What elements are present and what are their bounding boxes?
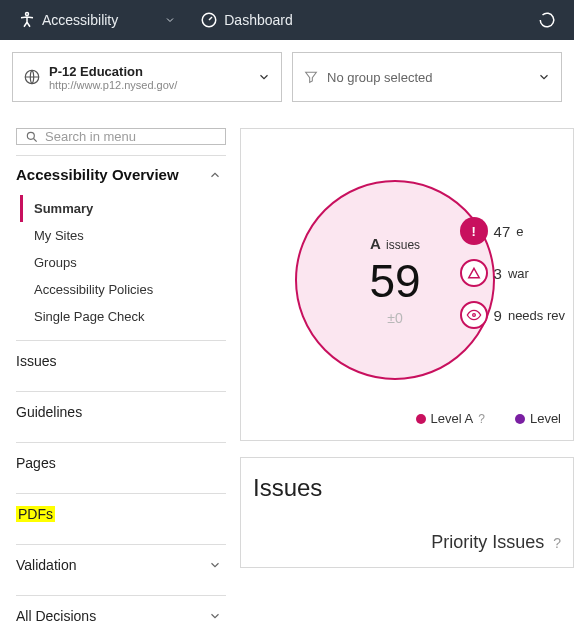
site-url: http://www.p12.nysed.gov/ <box>49 79 257 91</box>
site-selector-text: P-12 Education http://www.p12.nysed.gov/ <box>49 64 257 91</box>
group-label: No group selected <box>327 70 537 85</box>
nav-accessibility[interactable]: Accessibility <box>10 7 184 33</box>
error-icon: ! <box>460 217 488 245</box>
sidebar-item-guidelines[interactable]: Guidelines <box>16 391 226 432</box>
nav-dashboard[interactable]: Dashboard <box>192 7 301 33</box>
eye-icon <box>460 301 488 329</box>
top-nav: Accessibility Dashboard <box>0 0 574 40</box>
filter-icon <box>303 69 319 85</box>
chevron-down-icon <box>208 558 222 572</box>
help-icon[interactable]: ? <box>553 535 561 551</box>
selector-row: P-12 Education http://www.p12.nysed.gov/… <box>0 40 574 110</box>
nav-accessibility-label: Accessibility <box>42 12 118 28</box>
accessibility-icon <box>18 11 36 29</box>
sidebar-item-pdfs[interactable]: PDFs <box>16 493 226 534</box>
chart-legend: Level A ? Level <box>253 405 561 426</box>
side-badges: ! 47 e 3 war 9 <box>460 217 565 329</box>
nav-right-icon[interactable] <box>530 7 564 33</box>
help-icon[interactable]: ? <box>478 412 485 426</box>
overview-header-label: Accessibility Overview <box>16 166 179 183</box>
main: Accessibility Overview Summary My Sites … <box>0 128 574 639</box>
chevron-down-icon <box>257 70 271 84</box>
badge-warnings[interactable]: 3 war <box>460 259 565 287</box>
nav-dashboard-label: Dashboard <box>224 12 293 28</box>
dot-icon <box>515 414 525 424</box>
overview-header[interactable]: Accessibility Overview <box>16 166 226 183</box>
chart-card: A issues 59 ±0 ! 47 e 3 war <box>240 128 574 441</box>
circle-value: 59 <box>369 254 420 308</box>
sidebar-item-policies[interactable]: Accessibility Policies <box>20 276 226 303</box>
sidebar-item-validation[interactable]: Validation <box>16 544 226 585</box>
overview-section: Accessibility Overview Summary My Sites … <box>16 155 226 330</box>
globe-icon <box>23 68 41 86</box>
content: A issues 59 ±0 ! 47 e 3 war <box>240 128 574 639</box>
dot-icon <box>416 414 426 424</box>
warning-icon <box>460 259 488 287</box>
site-title: P-12 Education <box>49 64 257 79</box>
gauge-icon <box>200 11 218 29</box>
priority-issues[interactable]: Priority Issues ? <box>253 532 561 553</box>
sidebar-item-pages[interactable]: Pages <box>16 442 226 483</box>
legend-level-a[interactable]: Level A ? <box>416 411 485 426</box>
chevron-down-icon <box>537 70 551 84</box>
overview-submenu: Summary My Sites Groups Accessibility Po… <box>20 195 226 330</box>
chevron-down-icon <box>164 14 176 26</box>
sidebar: Accessibility Overview Summary My Sites … <box>16 128 226 639</box>
svg-point-4 <box>472 314 475 317</box>
group-selector-text: No group selected <box>327 70 537 85</box>
search-icon <box>25 130 39 144</box>
svg-point-3 <box>27 132 34 139</box>
sidebar-item-groups[interactable]: Groups <box>20 249 226 276</box>
issues-heading: Issues <box>253 474 561 502</box>
search-box[interactable] <box>16 128 226 145</box>
group-selector[interactable]: No group selected <box>292 52 562 102</box>
search-input[interactable] <box>45 129 217 144</box>
sidebar-item-decisions[interactable]: All Decisions <box>16 595 226 636</box>
chart-wrap: A issues 59 ±0 ! 47 e 3 war <box>253 145 561 405</box>
badge-errors[interactable]: ! 47 e <box>460 217 565 245</box>
legend-level-aa[interactable]: Level <box>515 411 561 426</box>
circle-label: A issues <box>370 235 420 252</box>
sidebar-item-summary[interactable]: Summary <box>20 195 226 222</box>
circle-delta: ±0 <box>387 310 402 326</box>
site-selector[interactable]: P-12 Education http://www.p12.nysed.gov/ <box>12 52 282 102</box>
chevron-down-icon <box>208 609 222 623</box>
sidebar-item-issues[interactable]: Issues <box>16 340 226 381</box>
sidebar-item-single-page[interactable]: Single Page Check <box>20 303 226 330</box>
sidebar-item-my-sites[interactable]: My Sites <box>20 222 226 249</box>
chevron-up-icon <box>208 168 222 182</box>
issues-card: Issues Priority Issues ? <box>240 457 574 568</box>
badge-review[interactable]: 9 needs rev <box>460 301 565 329</box>
svg-point-0 <box>26 13 29 16</box>
refresh-icon <box>538 11 556 29</box>
